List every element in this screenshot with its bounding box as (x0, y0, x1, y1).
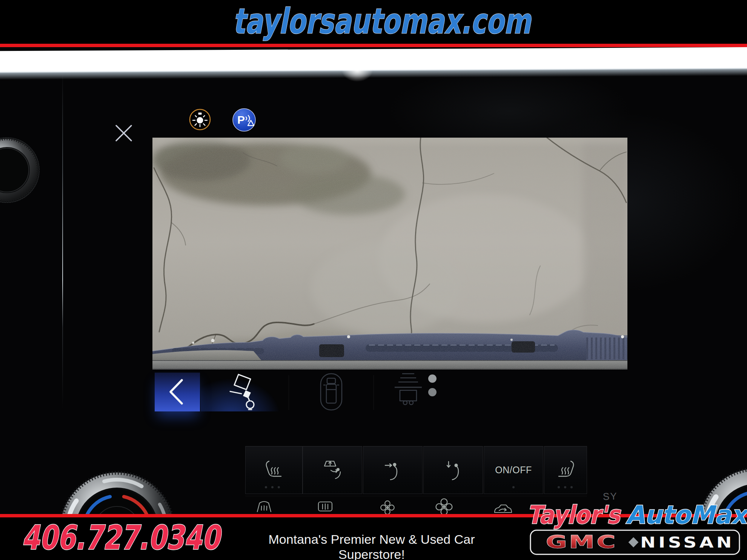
seat-heat-led (271, 486, 274, 488)
phone-number-text: 406.727.0340 (22, 523, 223, 557)
fan-high-button[interactable] (435, 498, 453, 514)
brand-first-word: Taylor's (527, 500, 621, 529)
dashboard-photo: P (0, 47, 747, 514)
close-icon (116, 126, 131, 141)
hitch-view-icon (229, 373, 260, 411)
nissan-logo: NISSAN (640, 534, 735, 551)
seat-heat-led (278, 486, 280, 488)
seat-heat-led (570, 486, 573, 488)
floor-vent-icon (445, 461, 462, 480)
bed-camera-image (152, 138, 627, 370)
volume-knob[interactable] (0, 137, 40, 203)
rear-defrost-icon (318, 502, 332, 511)
gmc-logo: GMC (546, 531, 618, 552)
floor-vent-button[interactable] (423, 446, 483, 494)
face-vent-button[interactable] (363, 446, 423, 494)
driver-temp-knob[interactable] (57, 469, 177, 514)
windshield-reflection-band (0, 47, 747, 83)
seat-heat-led (265, 486, 267, 488)
recirculation-button[interactable] (493, 502, 512, 514)
back-button[interactable] (155, 373, 200, 411)
park-assist-button[interactable]: P (232, 108, 256, 132)
defrost-face-vent-icon (323, 460, 342, 480)
heated-seat-left-icon (265, 460, 283, 479)
brightness-button[interactable] (189, 108, 211, 131)
close-button[interactable] (113, 123, 134, 144)
heated-seat-left-button[interactable] (245, 446, 303, 494)
dealer-tagline: Montana's Premier New & Used Car Superst… (238, 532, 506, 560)
recirculation-icon (495, 505, 512, 512)
reflection-highlight (341, 65, 373, 82)
red-stripe-top (0, 44, 747, 47)
rear-defrost-button[interactable] (318, 501, 333, 514)
power-led (512, 486, 515, 488)
brand-second-word: AutoMax (626, 500, 747, 529)
park-letter: P (237, 114, 245, 126)
dealer-top-banner: taylorsautomax.com (0, 0, 747, 44)
front-defrost-button[interactable] (257, 500, 272, 514)
phone-number: 406.727.0340 (9, 523, 236, 557)
page-indicator-dots[interactable] (428, 374, 437, 399)
screen-bezel-edge (62, 70, 63, 409)
brand-logo: Taylor's AutoMax (523, 495, 747, 529)
fan-low-icon (381, 501, 394, 514)
defrost-and-face-vent-button[interactable] (303, 446, 362, 494)
site-url-text: taylorsautomax.com (233, 1, 532, 41)
seat-heat-led (558, 486, 560, 488)
surround-view-icon (320, 373, 343, 411)
fan-low-button[interactable] (380, 500, 395, 514)
screenshot-root: taylorsautomax.com (0, 0, 747, 560)
face-vent-icon (384, 461, 402, 480)
oem-badge: GMC NISSAN (529, 529, 741, 557)
site-url-wordmark: taylorsautomax.com (0, 0, 747, 44)
heated-seat-right-icon (557, 460, 575, 479)
trailer-view-icon (394, 371, 423, 407)
chevron-left-icon (155, 373, 200, 411)
fan-high-icon (436, 499, 452, 514)
front-defrost-icon (257, 502, 271, 512)
seat-heat-led (564, 486, 566, 488)
climate-power-label: ON/OFF (495, 465, 532, 476)
